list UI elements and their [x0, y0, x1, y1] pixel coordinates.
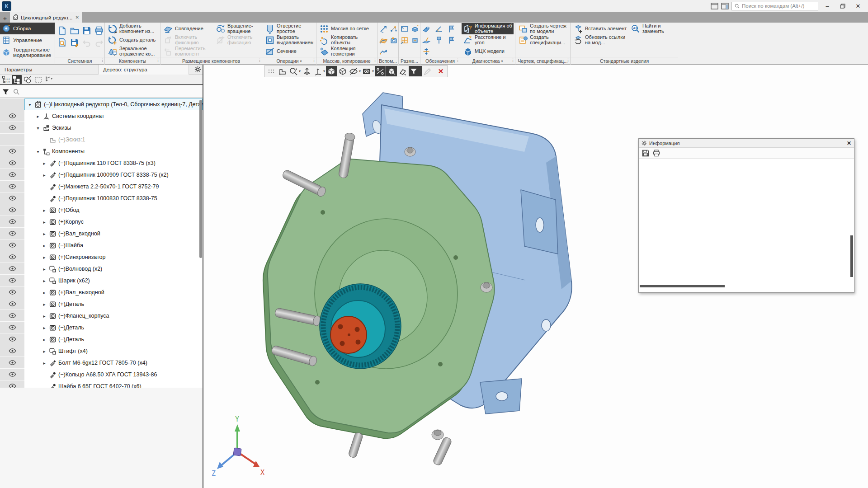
expander-icon[interactable]: ▸	[42, 208, 47, 213]
restore-button[interactable]	[836, 1, 849, 11]
expander-icon[interactable]: ▸	[42, 231, 47, 236]
expander-icon[interactable]: ▸	[35, 114, 41, 119]
viewport-tool-icon[interactable]	[362, 66, 374, 76]
viewport-tool-icon[interactable]	[386, 66, 397, 76]
visibility-eye-icon[interactable]	[0, 157, 24, 169]
visibility-eye-icon[interactable]	[0, 169, 24, 181]
visibility-eye-icon[interactable]	[0, 298, 24, 310]
visibility-eye-icon[interactable]	[0, 345, 24, 357]
tree-row[interactable]: ▸ Шарик (x62)	[0, 275, 203, 286]
tree-row[interactable]: ▸ (−)Подшипник 110 ГОСТ 8338-75 (x3)	[0, 157, 203, 169]
ribbon-button[interactable]: Массив по сетке	[318, 23, 376, 34]
visibility-eye-icon[interactable]	[0, 275, 24, 286]
visibility-eye-icon[interactable]	[0, 110, 24, 122]
aux-tool-icon[interactable]	[379, 24, 388, 33]
expander-icon[interactable]: ▸	[42, 361, 47, 366]
tree-row[interactable]: (−)Подшипник 1000830 ГОСТ 8338-75	[0, 192, 203, 204]
tree-row[interactable]: ▸ (+)Синхронизатор	[0, 251, 203, 263]
visibility-eye-icon[interactable]	[0, 204, 24, 216]
ribbon-button[interactable]: Отключить фиксацию	[214, 34, 260, 46]
visibility-eye-icon[interactable]	[0, 122, 24, 134]
visibility-eye-icon[interactable]	[0, 286, 24, 298]
group-label-standard[interactable]: Стандартные изделия	[571, 57, 678, 65]
visibility-eye-icon[interactable]	[0, 357, 24, 369]
designation-tool-icon[interactable]	[434, 36, 443, 45]
ribbon-button[interactable]: Переместить компонент	[162, 46, 214, 57]
visibility-eye-icon[interactable]	[0, 263, 24, 275]
tree-toolbar-icon[interactable]	[33, 75, 43, 84]
dim-tool-icon[interactable]	[400, 24, 409, 33]
expander-icon[interactable]: ▸	[42, 325, 47, 330]
ribbon-button[interactable]: Копировать объекты	[318, 34, 376, 46]
expander-icon[interactable]: ▸	[42, 337, 47, 342]
visibility-eye-icon[interactable]	[0, 322, 24, 333]
group-label-array[interactable]: Массив, копирование⋮	[316, 57, 377, 65]
designation-tool-icon[interactable]	[422, 24, 431, 33]
expander-icon[interactable]: ▸	[42, 349, 47, 354]
visibility-eye-icon[interactable]	[0, 192, 24, 204]
visibility-eye-icon[interactable]	[0, 369, 24, 380]
tree-toolbar-icon[interactable]: 1.11.2	[1, 75, 11, 84]
tab-tree-structure[interactable]: Дерево: структура	[99, 65, 189, 75]
ribbon-button[interactable]: АВНайти и заменить	[629, 23, 677, 34]
tree-row[interactable]: ▸ (+)Вал_выходной	[0, 286, 203, 298]
viewport-tool-icon[interactable]	[397, 66, 408, 76]
tree-row[interactable]: ▸ (+)Деталь	[0, 298, 203, 310]
tab-parameters[interactable]: Параметры	[0, 65, 99, 75]
tree-row[interactable]: ▸ (−)Фланец_корпуса	[0, 310, 203, 322]
info-close-icon[interactable]: ✕	[847, 140, 851, 146]
dim-tool-icon[interactable]	[410, 36, 420, 45]
ribbon-button[interactable]: Вставить элемент	[572, 23, 629, 34]
layout-vertical-icon[interactable]	[721, 3, 729, 9]
ribbon-button[interactable]: Обновить ссылки на мод...	[572, 34, 629, 46]
viewport-tool-icon[interactable]	[375, 66, 386, 76]
group-label-designations[interactable]: Обозначения⋮	[420, 57, 460, 65]
ribbon-button[interactable]: Отверстие простое	[264, 23, 315, 34]
system-tool-icon[interactable]	[94, 25, 104, 36]
visibility-eye-icon[interactable]	[0, 145, 24, 157]
tree-row[interactable]: ▸ (−)Деталь	[0, 333, 203, 345]
info-window[interactable]: Информация ✕	[638, 138, 854, 293]
group-label-system[interactable]: Системная⋮	[55, 57, 104, 65]
expander-icon[interactable]: ▸	[42, 255, 47, 260]
tree-row[interactable]: ▸ Системы координат	[0, 110, 203, 122]
ribbon-button[interactable]: ?Информация об объекте	[462, 23, 514, 34]
tree-row[interactable]: ▸ Штифт (x4)	[0, 345, 203, 357]
group-label-dimensions[interactable]: Разме...	[399, 57, 420, 65]
tree-row[interactable]: ▸ (−)Шайба	[0, 239, 203, 251]
system-tool-icon[interactable]	[94, 37, 104, 48]
group-label-operations[interactable]: Операции▾⋮	[262, 57, 316, 65]
tree-row[interactable]: ▸ (−)Волновод (x2)	[0, 263, 203, 275]
designation-tool-icon[interactable]	[447, 36, 456, 45]
expander-icon[interactable]: ▸	[42, 314, 47, 319]
print-report-icon[interactable]	[652, 149, 660, 157]
expander-icon[interactable]: ▾	[35, 126, 41, 131]
layout-horizontal-icon[interactable]	[711, 3, 718, 9]
tree-row[interactable]: (−)Эскиз:1	[0, 134, 203, 145]
info-vscrollbar-thumb[interactable]	[850, 235, 853, 277]
dim-tool-icon[interactable]	[410, 24, 420, 33]
group-label-auxiliary[interactable]: Вспом...	[377, 57, 398, 65]
tree-toolbar-icon[interactable]	[23, 75, 33, 84]
ribbon-button[interactable]: ?Расстояние и угол	[462, 34, 514, 46]
system-tool-icon[interactable]	[69, 37, 80, 48]
visibility-eye-icon[interactable]	[0, 216, 24, 228]
tree-row[interactable]: ▾ Компоненты	[0, 145, 203, 157]
new-tab-button[interactable]: +	[0, 14, 10, 23]
tree-row[interactable]: ▸ (+)Обод	[0, 204, 203, 216]
document-tab[interactable]: Циклоидный редукт... ✕	[10, 12, 82, 23]
designation-tool-icon[interactable]	[422, 47, 431, 56]
viewport-tool-icon[interactable]	[313, 66, 326, 76]
designation-tool-icon[interactable]	[422, 36, 431, 45]
ribbon-button[interactable]: Вращение-вращение	[214, 23, 260, 34]
mode-button[interactable]: Управление	[0, 34, 55, 46]
close-button[interactable]: ✕	[852, 1, 864, 11]
ribbon-button[interactable]: Создать деталь	[106, 34, 159, 46]
expander-icon[interactable]: ▾	[35, 149, 41, 154]
ribbon-button[interactable]: Добавить компонент из...	[106, 23, 159, 34]
filter-funnel-icon[interactable]	[2, 88, 9, 96]
tree-row[interactable]: (−)Манжета 2.2-50x70-1 ГОСТ 8752-79	[0, 181, 203, 192]
visibility-eye-icon[interactable]	[0, 251, 24, 263]
tree-search-icon[interactable]	[13, 89, 19, 95]
tree-toolbar-icon[interactable]	[12, 75, 22, 84]
